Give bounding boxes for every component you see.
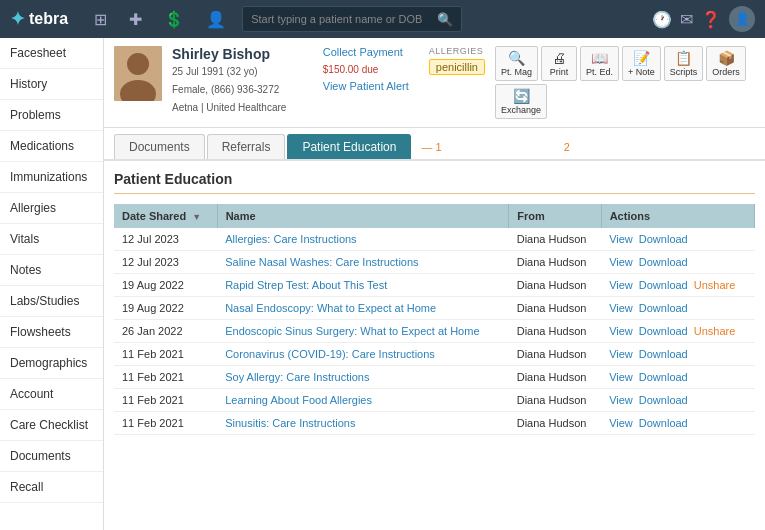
- action-view-link[interactable]: View: [609, 394, 633, 406]
- sidebar-item-allergies[interactable]: Allergies: [0, 193, 103, 224]
- print-label: Print: [550, 67, 569, 77]
- action-view-link[interactable]: View: [609, 371, 633, 383]
- action-download-link[interactable]: Download: [639, 348, 688, 360]
- document-name-link[interactable]: Sinusitis: Care Instructions: [225, 417, 355, 429]
- action-download-link[interactable]: Download: [639, 302, 688, 314]
- action-download-link[interactable]: Download: [639, 417, 688, 429]
- amount-due: $150.00 due: [323, 62, 409, 78]
- main-layout: Facesheet History Problems Medications I…: [0, 38, 765, 530]
- cell-date: 12 Jul 2023: [114, 251, 217, 274]
- sidebar-item-labs[interactable]: Labs/Studies: [0, 286, 103, 317]
- document-name-link[interactable]: Coronavirus (COVID-19): Care Instruction…: [225, 348, 435, 360]
- cell-actions: ViewDownload: [601, 297, 754, 320]
- user-avatar[interactable]: 👤: [729, 6, 755, 32]
- cell-name[interactable]: Learning About Food Allergies: [217, 389, 509, 412]
- cell-date: 19 Aug 2022: [114, 297, 217, 320]
- pt-ed-button[interactable]: 📖Pt. Ed.: [580, 46, 619, 81]
- action-download-link[interactable]: Download: [639, 371, 688, 383]
- scripts-button[interactable]: 📋Scripts: [664, 46, 704, 81]
- patient-avatar-image: [114, 46, 162, 101]
- col-date-shared[interactable]: Date Shared ▼: [114, 204, 217, 228]
- sidebar-item-documents[interactable]: Documents: [0, 441, 103, 472]
- cell-actions: ViewDownload: [601, 343, 754, 366]
- tab-documents[interactable]: Documents: [114, 134, 205, 159]
- search-bar: 🔍: [242, 6, 462, 32]
- action-download-link[interactable]: Download: [639, 233, 688, 245]
- orders-button[interactable]: 📦Orders: [706, 46, 746, 81]
- cell-from: Diana Hudson: [509, 297, 601, 320]
- cell-name[interactable]: Endoscopic Sinus Surgery: What to Expect…: [217, 320, 509, 343]
- sidebar-item-notes[interactable]: Notes: [0, 255, 103, 286]
- scripts-label: Scripts: [670, 67, 698, 77]
- cell-from: Diana Hudson: [509, 343, 601, 366]
- nav-person-icon[interactable]: 👤: [200, 6, 232, 33]
- action-download-link[interactable]: Download: [639, 279, 688, 291]
- pt-mag-label: Pt. Mag: [501, 67, 532, 77]
- cell-name[interactable]: Soy Allergy: Care Instructions: [217, 366, 509, 389]
- cell-name[interactable]: Nasal Endoscopy: What to Expect at Home: [217, 297, 509, 320]
- cell-name[interactable]: Rapid Strep Test: About This Test: [217, 274, 509, 297]
- action-view-link[interactable]: View: [609, 325, 633, 337]
- cell-date: 11 Feb 2021: [114, 343, 217, 366]
- sidebar-item-recall[interactable]: Recall: [0, 472, 103, 503]
- action-unshare-link[interactable]: Unshare: [694, 325, 736, 337]
- cell-name[interactable]: Sinusitis: Care Instructions: [217, 412, 509, 435]
- cell-name[interactable]: Allergies: Care Instructions: [217, 228, 509, 251]
- cell-name[interactable]: Coronavirus (COVID-19): Care Instruction…: [217, 343, 509, 366]
- document-name-link[interactable]: Soy Allergy: Care Instructions: [225, 371, 369, 383]
- cell-date: 26 Jan 2022: [114, 320, 217, 343]
- sidebar-item-medications[interactable]: Medications: [0, 131, 103, 162]
- top-navigation: ✦ tebra ⊞ ✚ 💲 👤 🔍 🕐 ✉ ❓ 👤: [0, 0, 765, 38]
- help-icon[interactable]: ❓: [701, 10, 721, 29]
- search-input[interactable]: [251, 13, 437, 25]
- action-view-link[interactable]: View: [609, 279, 633, 291]
- col-from[interactable]: From: [509, 204, 601, 228]
- tabs-bar: Documents Referrals Patient Education — …: [104, 128, 765, 161]
- exchange-label: Exchange: [501, 105, 541, 115]
- action-download-link[interactable]: Download: [639, 325, 688, 337]
- action-download-link[interactable]: Download: [639, 256, 688, 268]
- document-name-link[interactable]: Saline Nasal Washes: Care Instructions: [225, 256, 418, 268]
- collect-payment-link[interactable]: Collect Payment: [323, 46, 409, 58]
- action-view-link[interactable]: View: [609, 233, 633, 245]
- action-view-link[interactable]: View: [609, 348, 633, 360]
- pt-ed-label: Pt. Ed.: [586, 67, 613, 77]
- action-unshare-link[interactable]: Unshare: [694, 279, 736, 291]
- nav-grid-icon[interactable]: ⊞: [88, 6, 113, 33]
- view-patient-alert-link[interactable]: View Patient Alert: [323, 80, 409, 92]
- document-name-link[interactable]: Endoscopic Sinus Surgery: What to Expect…: [225, 325, 479, 337]
- document-name-link[interactable]: Allergies: Care Instructions: [225, 233, 356, 245]
- document-name-link[interactable]: Rapid Strep Test: About This Test: [225, 279, 387, 291]
- cell-name[interactable]: Saline Nasal Washes: Care Instructions: [217, 251, 509, 274]
- patient-insurance: Aetna | United Healthcare: [172, 100, 303, 116]
- sidebar-item-history[interactable]: History: [0, 69, 103, 100]
- sidebar-item-account[interactable]: Account: [0, 379, 103, 410]
- nav-add-icon[interactable]: ✚: [123, 6, 148, 33]
- col-name[interactable]: Name: [217, 204, 509, 228]
- history-icon[interactable]: 🕐: [652, 10, 672, 29]
- add-note-button[interactable]: 📝+ Note: [622, 46, 661, 81]
- sidebar-item-flowsheets[interactable]: Flowsheets: [0, 317, 103, 348]
- tab-patient-education[interactable]: Patient Education: [287, 134, 411, 159]
- cell-date: 11 Feb 2021: [114, 366, 217, 389]
- sidebar-item-immunizations[interactable]: Immunizations: [0, 162, 103, 193]
- print-button[interactable]: 🖨Print: [541, 46, 577, 81]
- sidebar-item-care-checklist[interactable]: Care Checklist: [0, 410, 103, 441]
- exchange-button[interactable]: 🔄Exchange: [495, 84, 547, 119]
- sidebar-item-vitals[interactable]: Vitals: [0, 224, 103, 255]
- sidebar-item-facesheet[interactable]: Facesheet: [0, 38, 103, 69]
- action-download-link[interactable]: Download: [639, 394, 688, 406]
- sidebar-item-problems[interactable]: Problems: [0, 100, 103, 131]
- mail-icon[interactable]: ✉: [680, 10, 693, 29]
- action-view-link[interactable]: View: [609, 256, 633, 268]
- action-view-link[interactable]: View: [609, 417, 633, 429]
- nav-billing-icon[interactable]: 💲: [158, 6, 190, 33]
- sidebar-item-demographics[interactable]: Demographics: [0, 348, 103, 379]
- tab-referrals[interactable]: Referrals: [207, 134, 286, 159]
- action-view-link[interactable]: View: [609, 302, 633, 314]
- pt-mag-button[interactable]: 🔍Pt. Mag: [495, 46, 538, 81]
- orders-label: Orders: [712, 67, 740, 77]
- document-name-link[interactable]: Learning About Food Allergies: [225, 394, 372, 406]
- cell-from: Diana Hudson: [509, 412, 601, 435]
- document-name-link[interactable]: Nasal Endoscopy: What to Expect at Home: [225, 302, 436, 314]
